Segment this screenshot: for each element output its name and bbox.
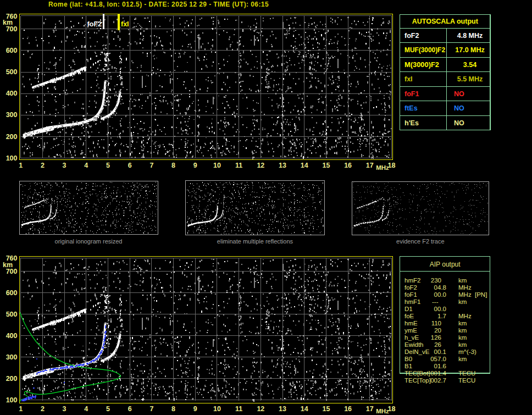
svg-text:fxI: fxI bbox=[121, 20, 129, 28]
svg-text:600: 600 bbox=[6, 289, 18, 297]
svg-text:8: 8 bbox=[171, 162, 175, 169]
svg-text:13: 13 bbox=[279, 162, 286, 169]
svg-text:700: 700 bbox=[6, 25, 18, 33]
svg-text:km: km bbox=[458, 277, 467, 284]
svg-text:00.0: 00.0 bbox=[434, 306, 446, 312]
svg-text:MHz: MHz bbox=[458, 291, 472, 298]
svg-text:7: 7 bbox=[149, 405, 153, 413]
svg-text:002.7: 002.7 bbox=[430, 377, 446, 384]
svg-text:B1: B1 bbox=[404, 363, 412, 369]
svg-text:300: 300 bbox=[6, 111, 18, 119]
svg-text:ftEs: ftEs bbox=[404, 104, 418, 112]
svg-text:1: 1 bbox=[19, 405, 23, 413]
svg-text:km: km bbox=[458, 327, 467, 334]
svg-text:DelN_vE: DelN_vE bbox=[404, 348, 430, 355]
svg-text:MHz: MHz bbox=[376, 164, 389, 171]
svg-text:057.0: 057.0 bbox=[430, 356, 446, 362]
svg-text:8: 8 bbox=[171, 405, 175, 413]
svg-text:110: 110 bbox=[431, 320, 441, 327]
svg-text:9: 9 bbox=[193, 405, 197, 413]
svg-text:D1: D1 bbox=[404, 306, 413, 312]
svg-text:Ewidth: Ewidth bbox=[404, 341, 424, 348]
svg-text:1: 1 bbox=[19, 162, 23, 169]
svg-text:foF2: foF2 bbox=[404, 284, 417, 291]
svg-text:14: 14 bbox=[301, 405, 308, 413]
svg-text:m^(-3): m^(-3) bbox=[458, 348, 476, 355]
svg-text:400: 400 bbox=[6, 90, 18, 97]
svg-text:100: 100 bbox=[6, 396, 18, 404]
svg-text:km: km bbox=[458, 298, 467, 305]
svg-text:ymE: ymE bbox=[404, 327, 417, 334]
svg-text:foF1: foF1 bbox=[404, 291, 417, 298]
svg-text:NO: NO bbox=[454, 90, 464, 98]
svg-text:11: 11 bbox=[235, 162, 242, 169]
svg-text:3: 3 bbox=[63, 162, 66, 169]
svg-text:600: 600 bbox=[6, 47, 18, 54]
svg-text:20: 20 bbox=[434, 327, 441, 334]
svg-text:100: 100 bbox=[6, 154, 18, 162]
svg-text:h'Es: h'Es bbox=[404, 119, 419, 127]
svg-text:5: 5 bbox=[106, 162, 110, 169]
svg-text:AUTOSCALA output: AUTOSCALA output bbox=[412, 18, 479, 25]
svg-text:hmF1: hmF1 bbox=[404, 298, 420, 305]
svg-text:16: 16 bbox=[344, 405, 352, 413]
svg-text:TECU: TECU bbox=[458, 377, 475, 384]
svg-text:MHz: MHz bbox=[376, 408, 389, 414]
svg-text:04.8: 04.8 bbox=[434, 284, 446, 291]
svg-text:15: 15 bbox=[322, 162, 330, 169]
svg-text:300: 300 bbox=[6, 353, 18, 361]
svg-text:eliminate multiple reflections: eliminate multiple reflections bbox=[217, 238, 293, 245]
svg-text:TEC[Bot]: TEC[Bot] bbox=[404, 370, 430, 377]
svg-text:[PN]: [PN] bbox=[475, 291, 487, 298]
svg-text:foF2: foF2 bbox=[87, 20, 102, 28]
svg-text:500: 500 bbox=[6, 311, 18, 318]
svg-text:NO: NO bbox=[454, 104, 464, 112]
svg-text:MHz: MHz bbox=[458, 313, 472, 319]
svg-text:200: 200 bbox=[6, 133, 18, 141]
svg-text:TEC[Top]: TEC[Top] bbox=[404, 377, 431, 384]
svg-text:126: 126 bbox=[431, 334, 441, 341]
svg-text:10: 10 bbox=[213, 405, 221, 413]
svg-text:17: 17 bbox=[366, 162, 374, 169]
svg-text:---: --- bbox=[432, 298, 439, 305]
svg-text:evidence F2 trace: evidence F2 trace bbox=[396, 238, 444, 245]
svg-text:01.6: 01.6 bbox=[434, 363, 446, 369]
svg-text:B0: B0 bbox=[404, 356, 412, 362]
svg-text:4.8 MHz: 4.8 MHz bbox=[457, 32, 483, 40]
svg-text:4: 4 bbox=[84, 162, 88, 169]
svg-text:hmE: hmE bbox=[404, 320, 418, 327]
svg-text:6: 6 bbox=[128, 162, 132, 169]
svg-text:00.0: 00.0 bbox=[434, 291, 446, 298]
svg-text:26: 26 bbox=[434, 341, 441, 348]
svg-text:200: 200 bbox=[6, 375, 18, 383]
svg-text:12: 12 bbox=[257, 162, 264, 169]
svg-text:km: km bbox=[458, 356, 467, 362]
svg-text:MUF(3000)F2: MUF(3000)F2 bbox=[404, 46, 445, 54]
svg-text:400: 400 bbox=[6, 332, 18, 340]
svg-text:foF2: foF2 bbox=[404, 32, 419, 40]
svg-text:foE: foE bbox=[404, 313, 414, 319]
svg-text:hmF2: hmF2 bbox=[404, 277, 420, 284]
svg-text:9: 9 bbox=[193, 162, 197, 169]
svg-text:14: 14 bbox=[301, 162, 308, 169]
svg-text:13: 13 bbox=[279, 405, 286, 413]
svg-text:3: 3 bbox=[63, 405, 66, 413]
svg-text:15: 15 bbox=[322, 405, 330, 413]
svg-text:Rome (lat: +41.8, lon: 012.5): Rome (lat: +41.8, lon: 012.5) - DATE: 20… bbox=[48, 1, 269, 8]
svg-text:TECU: TECU bbox=[458, 370, 475, 377]
svg-text:2: 2 bbox=[41, 162, 45, 169]
svg-text:2: 2 bbox=[41, 405, 45, 413]
svg-text:fxI: fxI bbox=[404, 75, 413, 83]
svg-text:4: 4 bbox=[84, 405, 88, 413]
svg-text:km: km bbox=[458, 334, 467, 341]
svg-text:AIP output: AIP output bbox=[430, 261, 461, 268]
svg-text:001.4: 001.4 bbox=[430, 370, 446, 377]
svg-text:10: 10 bbox=[213, 162, 221, 169]
svg-text:h_vE: h_vE bbox=[404, 334, 419, 341]
svg-text:M(3000)F2: M(3000)F2 bbox=[404, 61, 439, 69]
svg-text:230: 230 bbox=[431, 277, 441, 284]
svg-text:km: km bbox=[3, 261, 13, 269]
svg-text:12: 12 bbox=[257, 405, 264, 413]
svg-text:5.5 MHz: 5.5 MHz bbox=[457, 75, 483, 83]
svg-text:3.54: 3.54 bbox=[463, 61, 476, 69]
